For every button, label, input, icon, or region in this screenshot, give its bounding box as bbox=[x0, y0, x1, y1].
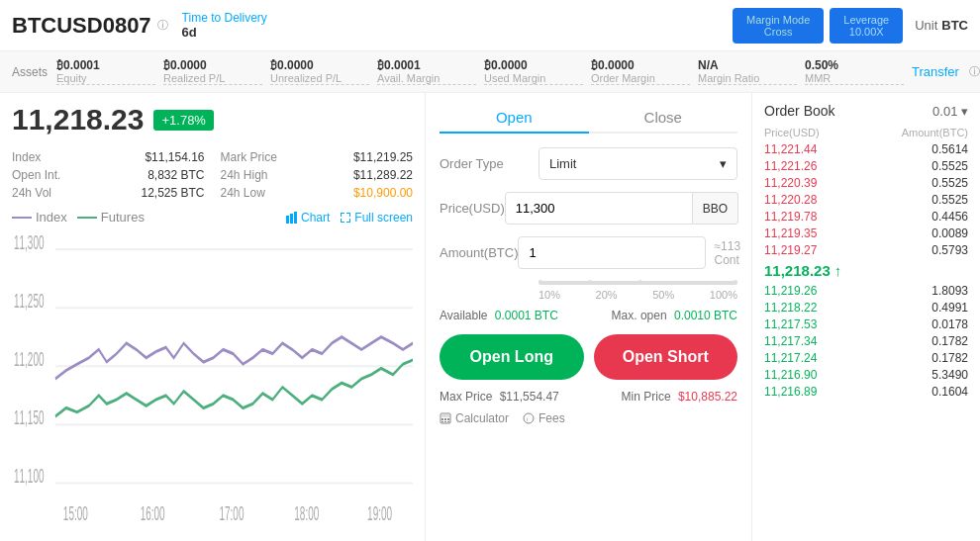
bid-row[interactable]: 11,217.240.1782 bbox=[764, 351, 968, 365]
calculator-label: Calculator bbox=[455, 411, 509, 425]
bid-row[interactable]: 11,217.530.0178 bbox=[764, 317, 968, 331]
x-label-4: 18:00 bbox=[294, 501, 319, 524]
legend-index: Index bbox=[12, 210, 67, 225]
header: BTCUSD0807 ⓘ Time to Delivery 6d Margin … bbox=[0, 0, 980, 51]
svg-rect-10 bbox=[441, 418, 443, 420]
open-long-button[interactable]: Open Long bbox=[440, 334, 584, 380]
order-type-select[interactable]: Limit ▾ bbox=[539, 147, 737, 180]
mark-price-stat: Mark Price $11,219.25 bbox=[221, 150, 414, 164]
vol-label: 24h Vol bbox=[12, 186, 51, 200]
bid-amount: 1.8093 bbox=[931, 284, 968, 298]
used-margin-item: ₿0.0000 Used Margin bbox=[484, 58, 583, 85]
unit-label: Unit bbox=[915, 18, 937, 33]
ask-price: 11,219.27 bbox=[764, 243, 817, 257]
ask-amount: 0.5525 bbox=[931, 193, 968, 207]
svg-rect-9 bbox=[441, 414, 449, 417]
vol-val: 12,525 BTC bbox=[141, 186, 204, 200]
price-chart: 11,300 11,250 11,200 11,150 11,100 15:00… bbox=[12, 228, 413, 531]
low-label: 24h Low bbox=[221, 186, 265, 200]
leverage-button[interactable]: Leverage 10.00X bbox=[830, 8, 903, 44]
delivery-info: Time to Delivery 6d bbox=[182, 11, 267, 40]
margin-ratio-item: N/A Margin Ratio bbox=[698, 58, 797, 85]
slider-bar[interactable] bbox=[539, 281, 737, 285]
amount-input[interactable] bbox=[518, 236, 706, 269]
unrealized-val: ₿0.0000 bbox=[270, 58, 369, 72]
order-margin-label: Order Margin bbox=[591, 72, 690, 85]
assets-label: Assets bbox=[12, 65, 56, 79]
unrealized-label: Unrealized P/L bbox=[270, 72, 369, 85]
bid-price: 11,216.89 bbox=[764, 385, 817, 399]
slider-20: 20% bbox=[596, 289, 618, 301]
chart-controls: Chart Full screen bbox=[286, 211, 413, 225]
order-panel: Open Close Order Type Limit ▾ Price(USD)… bbox=[426, 93, 752, 541]
calculator-button[interactable]: Calculator bbox=[440, 411, 509, 425]
min-price-val: $10,885.22 bbox=[678, 390, 737, 404]
open-short-button[interactable]: Open Short bbox=[594, 334, 738, 380]
legend-futures-label: Futures bbox=[101, 210, 145, 225]
avail-margin-item: ₿0.0001 Avail. Margin bbox=[377, 58, 476, 85]
order-type-label: Order Type bbox=[440, 156, 539, 171]
fees-button[interactable]: i Fees bbox=[523, 411, 565, 425]
order-margin-val: ₿0.0000 bbox=[591, 58, 690, 72]
orderbook-decimal[interactable]: 0.01 ▾ bbox=[932, 104, 968, 119]
svg-rect-14 bbox=[444, 421, 446, 422]
tab-close[interactable]: Close bbox=[589, 103, 738, 132]
transfer-info-icon[interactable]: ⓘ bbox=[969, 64, 980, 79]
margin-mode-button[interactable]: Margin Mode Cross bbox=[733, 8, 824, 44]
bid-row[interactable]: 11,217.340.1782 bbox=[764, 334, 968, 348]
bid-row[interactable]: 11,219.261.8093 bbox=[764, 284, 968, 298]
unrealized-pnl-item: ₿0.0000 Unrealized P/L bbox=[270, 58, 369, 85]
fullscreen-icon bbox=[340, 212, 351, 224]
bid-price: 11,219.26 bbox=[764, 284, 817, 298]
slider-100: 100% bbox=[710, 289, 737, 301]
avail-label: Available 0.0001 BTC bbox=[440, 309, 558, 322]
ask-row[interactable]: 11,220.390.5525 bbox=[764, 176, 968, 190]
max-price: Max Price $11,554.47 bbox=[440, 390, 559, 404]
open-int-stat: Open Int. 8,832 BTC bbox=[12, 168, 205, 182]
price-input[interactable] bbox=[505, 192, 693, 225]
svg-text:i: i bbox=[527, 416, 528, 422]
bid-row[interactable]: 11,216.890.1604 bbox=[764, 385, 968, 399]
ask-price: 11,221.26 bbox=[764, 159, 817, 173]
y-label-3: 11,200 bbox=[14, 347, 45, 370]
bid-amount: 0.1782 bbox=[931, 351, 968, 365]
bid-amount: 0.0178 bbox=[931, 317, 968, 331]
transfer-button[interactable]: Transfer bbox=[912, 64, 959, 79]
ask-amount: 0.5793 bbox=[931, 243, 968, 257]
ask-row[interactable]: 11,219.350.0089 bbox=[764, 226, 968, 240]
order-margin-item: ₿0.0000 Order Margin bbox=[591, 58, 690, 85]
ask-row[interactable]: 11,219.270.5793 bbox=[764, 243, 968, 257]
symbol-info-icon[interactable]: ⓘ bbox=[157, 18, 168, 33]
ask-row[interactable]: 11,221.440.5614 bbox=[764, 142, 968, 156]
tab-open[interactable]: Open bbox=[440, 103, 589, 134]
ask-row[interactable]: 11,221.260.5525 bbox=[764, 159, 968, 173]
price-input-wrap: BBO bbox=[505, 192, 738, 225]
stats-row: Index $11,154.16 Open Int. 8,832 BTC 24h… bbox=[12, 150, 413, 204]
equity-label: Equity bbox=[56, 72, 155, 85]
mark-price-val: $11,219.25 bbox=[353, 150, 413, 164]
mid-price-arrow: ↑ bbox=[834, 262, 842, 279]
ask-row[interactable]: 11,220.280.5525 bbox=[764, 193, 968, 207]
svg-point-16 bbox=[524, 413, 534, 423]
order-type-val: Limit bbox=[549, 156, 576, 171]
x-label-5: 19:00 bbox=[367, 501, 392, 524]
bid-row[interactable]: 11,216.905.3490 bbox=[764, 368, 968, 382]
symbol-label: BTCUSD0807 bbox=[12, 13, 151, 39]
price-label: Price(USD) bbox=[440, 201, 505, 216]
ask-row[interactable]: 11,219.780.4456 bbox=[764, 210, 968, 224]
svg-rect-15 bbox=[447, 421, 449, 422]
avail-val: 0.0001 BTC bbox=[495, 309, 558, 322]
vol-stat: 24h Vol 12,525 BTC bbox=[12, 186, 205, 200]
mmr-label: MMR bbox=[805, 72, 904, 85]
index-line-color bbox=[12, 217, 32, 219]
order-buttons: Open Long Open Short bbox=[440, 334, 737, 380]
fullscreen-button[interactable]: Full screen bbox=[340, 211, 413, 225]
price-change-badge: +1.78% bbox=[153, 110, 213, 131]
asks-list: 11,221.440.561411,221.260.552511,220.390… bbox=[764, 142, 968, 257]
chart-button[interactable]: Chart bbox=[286, 211, 330, 225]
bbo-button[interactable]: BBO bbox=[693, 192, 738, 225]
price-row: Price(USD) BBO bbox=[440, 192, 737, 225]
bid-row[interactable]: 11,218.220.4991 bbox=[764, 301, 968, 315]
orderbook-title: Order Book bbox=[764, 103, 835, 119]
ask-amount: 0.5525 bbox=[931, 159, 968, 173]
